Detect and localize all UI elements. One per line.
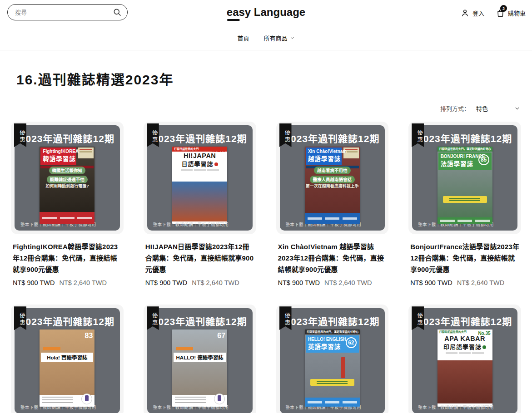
cart-button[interactable]: 2 購物車 — [496, 9, 526, 17]
cover-title: Fighting!KOREA — [43, 149, 74, 154]
magazine-cover: Fighting!KOREA韓語學習誌韓國生活報你知疑難雜症通通不怕如何用韓語到… — [40, 147, 94, 224]
sort-selected-value[interactable]: 特色 — [476, 104, 488, 113]
product-image[interactable]: 2023年過刊雜誌12期打開日語世界的大門HI!JAPAN日語學習誌No.100… — [147, 125, 253, 231]
product-prices: NT$ 900 TWDNT$ 2,640 TWD — [410, 279, 521, 286]
cover-photo — [438, 360, 492, 403]
cover-issue-number: 83 — [85, 332, 93, 340]
product-compare-price: NT$ 2,640 TWD — [457, 279, 505, 286]
product-compare-price: NT$ 2,640 TWD — [324, 279, 372, 286]
product-price: NT$ 900 TWD — [278, 279, 320, 286]
search-icon[interactable] — [113, 8, 122, 17]
login-label: 登入 — [472, 9, 484, 17]
main-content: 16.過刊雜誌精選2023年 排列方式： 特色 優惠2023年過刊雜誌12期Fi… — [0, 69, 532, 413]
cover-title: APA KABAR — [439, 335, 491, 342]
product-price: NT$ 900 TWD — [145, 279, 187, 286]
product-card[interactable]: 優惠2023年過刊雜誌12期83Hola! 西語學習誌整本下載｜教師朗讀｜平板手… — [11, 305, 124, 413]
image-header-text: 2023年過刊雜誌12期 — [412, 308, 517, 328]
product-title[interactable]: Bonjour!France法語學習誌2023年12冊合購集：免代碼，直接結帳就… — [410, 241, 520, 275]
cover-masthead: BONJOUR! FRANCE法語學習誌85 — [438, 152, 492, 170]
cover-title: HELLO! ENGLISH — [308, 337, 345, 342]
product-image[interactable]: 2023年過刊雜誌12期Xin Chào!Vietnam越語學習誌越南看病不用怕… — [280, 125, 385, 231]
cover-subtitle: 韓語學習誌 — [43, 154, 74, 163]
cover-bubble-text: 醫療人員越南語會話 — [310, 176, 355, 183]
image-caption-text: 整本下載｜教師朗讀｜平板手機都可用 — [418, 404, 494, 410]
cover-footer — [40, 395, 94, 407]
cover-banner — [310, 379, 354, 386]
cover-bottom-strip — [438, 217, 492, 224]
nav-home[interactable]: 首頁 — [237, 34, 249, 42]
cover-bottom-strip — [305, 213, 360, 224]
product-image[interactable]: 2023年過刊雜誌12期打開英語世界的大門，滿足對英語的好奇心HELLO! EN… — [280, 308, 385, 413]
page-title: 16.過刊雜誌精選2023年 — [16, 69, 532, 88]
search-bar[interactable] — [7, 4, 128, 20]
product-card[interactable]: 優惠2023年過刊雜誌12期Fighting!KOREA韓語學習誌韓國生活報你知… — [11, 122, 124, 286]
product-card[interactable]: 優惠2023年過刊雜誌12期打開法語世界的大門，滿足對法國的好奇心BONJOUR… — [408, 122, 521, 286]
product-card[interactable]: 優惠2023年過刊雜誌12期Xin Chào!Vietnam越語學習誌越南看病不… — [276, 122, 389, 286]
product-card[interactable]: 優惠2023年過刊雜誌12期打開英語世界的大門，滿足對英語的好奇心HELLO! … — [276, 305, 389, 413]
product-tile: 優惠2023年過刊雜誌12期打開印尼語世界的大門APA KABAR印尼語學習誌N… — [408, 305, 521, 413]
cover-issue-circle: 85 — [478, 154, 489, 165]
cover-tagline-text: 第一次在越南看皮膚科就上手 — [305, 183, 360, 189]
cover-title: Xin Chào!Vietnam — [308, 149, 339, 154]
product-image[interactable]: 2023年過刊雜誌12期打開法語世界的大門，滿足對法國的好奇心BONJOUR! … — [412, 125, 517, 231]
product-tile: 優惠2023年過刊雜誌12期83Hola! 西語學習誌整本下載｜教師朗讀｜平板手… — [11, 305, 124, 413]
cover-masthead: HI!JAPAN日語學習誌 — [172, 152, 227, 172]
product-compare-price: NT$ 2,640 TWD — [59, 279, 107, 286]
cover-subtitle: 法語學習誌 — [441, 159, 478, 168]
cover-bubbles: 韓國生活報你知疑難雜症通通不怕 — [40, 167, 94, 183]
magazine-cover: Xin Chào!Vietnam越語學習誌越南看病不用怕醫療人員越南語會話第一次… — [305, 147, 360, 224]
magazine-cover: 打開日語世界的大門HI!JAPAN日語學習誌No.100 — [172, 147, 227, 224]
product-card[interactable]: 優惠2023年過刊雜誌12期67HALLO! 德語學習誌整本下載｜教師朗讀｜平板… — [144, 305, 256, 413]
login-button[interactable]: 登入 — [461, 9, 484, 17]
product-tile: 優惠2023年過刊雜誌12期打開英語世界的大門，滿足對英語的好奇心HELLO! … — [276, 305, 389, 413]
site-logo[interactable]: easy Language — [227, 6, 305, 19]
cover-issue-number: No.35 — [478, 331, 490, 336]
cover-issue-circle: 62 — [346, 337, 357, 348]
cover-masthead: Fighting!KOREA韓語學習誌 — [40, 148, 76, 165]
sort-control[interactable]: 排列方式： 特色 — [0, 88, 532, 120]
product-image[interactable]: 2023年過刊雜誌12期打開印尼語世界的大門APA KABAR印尼語學習誌No.… — [412, 308, 517, 413]
product-prices: NT$ 900 TWDNT$ 2,640 TWD — [278, 279, 389, 286]
product-card[interactable]: 優惠2023年過刊雜誌12期打開日語世界的大門HI!JAPAN日語學習誌No.1… — [144, 122, 256, 286]
nav-all-products[interactable]: 所有商品 — [264, 34, 295, 42]
magazine-cover: 打開英語世界的大門，滿足對英語的好奇心HELLO! ENGLISH英語學習誌62 — [305, 329, 360, 407]
product-card[interactable]: 優惠2023年過刊雜誌12期打開印尼語世界的大門APA KABAR印尼語學習誌N… — [408, 305, 521, 413]
cover-footer — [172, 395, 227, 407]
cover-head-bars — [174, 169, 226, 171]
magazine-cover: 打開法語世界的大門，滿足對法國的好奇心BONJOUR! FRANCE法語學習誌8… — [438, 147, 492, 224]
product-title[interactable]: HI!JAPAN日語學習誌2023年12冊合購集：免代碼，直接結帳就享900元優… — [145, 241, 255, 275]
image-header-text: 2023年過刊雜誌12期 — [280, 125, 385, 145]
image-caption-text: 整本下載｜教師朗讀｜平板手機都可用 — [153, 221, 229, 227]
product-title[interactable]: Xin Chào!Vietnam 越語學習誌2023年12冊合購集：免代碼，直接… — [278, 241, 388, 275]
cover-bubble-text: 韓國生活報你知 — [49, 167, 86, 174]
site-header: easy Language 登入 2 購物車 — [0, 0, 532, 50]
cover-subtitle: 印尼語學習誌 — [439, 342, 491, 351]
cover-bubble-text: 疑難雜症通通不怕 — [47, 176, 88, 183]
product-price: NT$ 900 TWD — [13, 279, 55, 286]
cover-masthead: APA KABAR印尼語學習誌 — [438, 334, 492, 355]
user-icon — [461, 9, 469, 17]
cover-stamp — [81, 393, 92, 404]
product-image[interactable]: 2023年過刊雜誌12期67HALLO! 德語學習誌整本下載｜教師朗讀｜平板手機… — [147, 308, 253, 413]
product-compare-price: NT$ 2,640 TWD — [192, 279, 239, 286]
cover-masthead: Xin Chào!Vietnam越語學習誌 — [306, 148, 342, 165]
product-tile: 優惠2023年過刊雜誌12期打開日語世界的大門HI!JAPAN日語學習誌No.1… — [144, 122, 256, 234]
product-image[interactable]: 2023年過刊雜誌12期Fighting!KOREA韓語學習誌韓國生活報你知疑難… — [15, 125, 120, 231]
chevron-down-icon[interactable] — [514, 105, 520, 111]
cart-count-badge: 2 — [500, 5, 507, 12]
cover-vertical-sign — [341, 357, 345, 378]
product-image[interactable]: 2023年過刊雜誌12期83Hola! 西語學習誌整本下載｜教師朗讀｜平板手機都… — [15, 308, 120, 413]
cover-banner — [443, 196, 487, 203]
site-logo-text: easy Language — [227, 6, 305, 18]
cart-label: 購物車 — [508, 9, 526, 17]
chevron-down-icon — [290, 35, 295, 40]
product-tile: 優惠2023年過刊雜誌12期67HALLO! 德語學習誌整本下載｜教師朗讀｜平板… — [144, 305, 256, 413]
search-input[interactable] — [15, 9, 113, 16]
image-header-text: 2023年過刊雜誌12期 — [280, 308, 385, 328]
cover-bottom-strip — [305, 398, 360, 407]
product-title[interactable]: Fighting!KOREA韓語學習誌2023年12冊合購集：免代碼，直接結帳就… — [13, 241, 123, 275]
cover-tag — [43, 347, 60, 350]
cover-title: Hola! 西語學習誌 — [41, 353, 93, 362]
image-header-text: 2023年過刊雜誌12期 — [15, 125, 120, 145]
cover-topstrip-text: 打開法語世界的大門，滿足對法國的好奇心 — [438, 147, 492, 152]
